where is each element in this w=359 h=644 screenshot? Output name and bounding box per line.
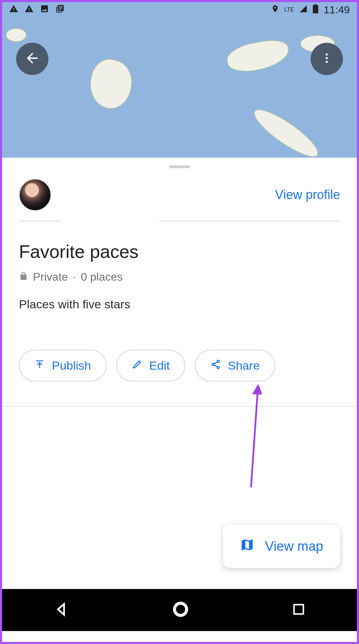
svg-rect-0 xyxy=(313,5,318,13)
drag-handle[interactable] xyxy=(169,165,190,168)
svg-point-5 xyxy=(217,360,219,362)
warning-icon xyxy=(25,4,34,16)
map-landmass xyxy=(6,28,27,42)
warning-icon xyxy=(9,4,18,16)
map-landmass xyxy=(84,55,137,113)
status-left xyxy=(9,4,65,16)
avatar[interactable] xyxy=(19,179,51,211)
places-count: 0 places xyxy=(81,270,122,283)
map-landmass xyxy=(249,102,324,158)
separator: · xyxy=(73,270,76,283)
location-icon xyxy=(271,5,279,15)
svg-point-2 xyxy=(326,54,328,56)
view-map-button[interactable]: View map xyxy=(223,525,340,568)
action-row: Publish Edit Share xyxy=(2,311,357,398)
network-label: LTE xyxy=(284,7,294,13)
svg-rect-1 xyxy=(314,4,316,5)
map-icon xyxy=(240,537,255,555)
list-meta: Private · 0 places xyxy=(19,270,340,283)
device-frame: LTE 11:49 xyxy=(2,2,357,642)
list-description: Places with five stars xyxy=(19,297,340,311)
svg-point-6 xyxy=(212,363,214,365)
share-icon xyxy=(210,359,221,372)
divider xyxy=(159,221,340,221)
svg-point-7 xyxy=(217,366,219,369)
document-icon xyxy=(55,4,65,16)
list-title: Favorite paces xyxy=(19,241,340,262)
divider-row xyxy=(2,221,357,221)
svg-point-3 xyxy=(326,57,328,59)
nav-home-button[interactable] xyxy=(171,600,190,620)
nav-back-button[interactable] xyxy=(53,601,69,619)
view-profile-link[interactable]: View profile xyxy=(275,187,340,202)
map-landmass xyxy=(224,37,291,75)
publish-label: Publish xyxy=(52,359,91,372)
divider xyxy=(19,221,61,221)
publish-button[interactable]: Publish xyxy=(19,350,107,382)
empty-area: View map xyxy=(2,407,357,589)
pencil-icon xyxy=(132,359,142,372)
edit-label: Edit xyxy=(149,359,170,372)
system-nav-bar xyxy=(2,589,357,631)
view-map-label: View map xyxy=(265,539,323,554)
status-bar: LTE 11:49 xyxy=(2,2,357,18)
details-sheet: View profile Favorite paces Private · 0 … xyxy=(2,158,357,407)
privacy-label: Private xyxy=(33,270,68,283)
svg-point-4 xyxy=(326,61,328,63)
share-label: Share xyxy=(228,359,260,372)
publish-icon xyxy=(34,359,45,372)
more-button[interactable] xyxy=(311,43,343,75)
title-block: Favorite paces Private · 0 places Places… xyxy=(2,221,357,311)
lock-icon xyxy=(19,270,28,283)
more-vert-icon xyxy=(320,52,333,66)
image-icon xyxy=(40,4,49,16)
padding-area xyxy=(2,631,357,642)
nav-recent-button[interactable] xyxy=(292,602,306,618)
signal-icon xyxy=(299,5,307,15)
svg-rect-11 xyxy=(294,605,304,614)
profile-row: View profile xyxy=(2,172,357,221)
share-button[interactable]: Share xyxy=(195,350,275,382)
status-right: LTE 11:49 xyxy=(271,4,350,16)
arrow-left-icon xyxy=(24,50,40,68)
svg-point-10 xyxy=(175,604,186,615)
battery-icon xyxy=(312,4,319,16)
back-button[interactable] xyxy=(16,43,48,75)
edit-button[interactable]: Edit xyxy=(116,350,185,382)
map-preview[interactable] xyxy=(2,18,357,158)
clock-text: 11:49 xyxy=(324,4,350,16)
